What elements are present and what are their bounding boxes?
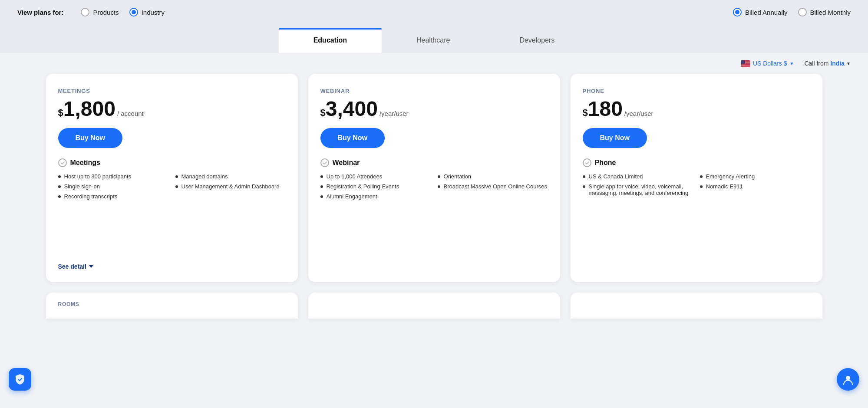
phone-card: PHONE $ 180 /year/user Buy Now Phone: [571, 74, 822, 282]
meetings-price-symbol: $: [58, 107, 63, 118]
svg-rect-8: [741, 64, 750, 65]
currency-chevron-icon: ▼: [790, 61, 794, 66]
webinar-buy-button[interactable]: Buy Now: [320, 128, 385, 148]
bottom-partial-cards: ROOMS: [17, 293, 851, 319]
meetings-feature-2: Single sign-on: [58, 183, 168, 190]
webinar-feature-2: Registration & Polling Events: [320, 183, 431, 190]
meetings-check-icon: [58, 158, 67, 167]
svg-point-14: [846, 376, 850, 380]
billed-annually-label: Billed Annually: [745, 9, 788, 16]
call-from-chevron-icon: ▼: [846, 61, 851, 66]
webinar-features-left: Up to 1,000 Attendees Registration & Pol…: [320, 173, 431, 200]
billed-monthly-label: Billed Monthly: [810, 9, 851, 16]
billed-monthly-option[interactable]: Billed Monthly: [798, 8, 851, 16]
cards-row: MEETINGS $ 1,800 / account Buy Now Meeti…: [17, 74, 851, 282]
billed-annually-circle: [733, 8, 742, 16]
us-flag-icon: [741, 60, 750, 67]
cards-area: MEETINGS $ 1,800 / account Buy Now Meeti…: [0, 74, 868, 336]
bullet-icon: [58, 185, 61, 188]
webinar-card: WEBINAR $ 3,400 /year/user Buy Now Webin…: [308, 74, 560, 282]
currency-bar: US Dollars $ ▼ Call from India ▼: [0, 53, 868, 74]
bullet-icon: [438, 175, 440, 178]
meetings-feature-1: Host up to 300 participants: [58, 173, 168, 180]
currency-label: US Dollars $: [753, 60, 787, 67]
see-detail-chevron-icon: [89, 265, 93, 268]
billing-group: Billed Annually Billed Monthly: [733, 8, 851, 16]
call-from-prefix: Call from: [804, 60, 828, 67]
meetings-price-period: / account: [117, 110, 144, 117]
svg-rect-7: [741, 64, 750, 64]
bullet-icon: [175, 175, 178, 178]
svg-rect-10: [741, 65, 750, 66]
svg-rect-13: [741, 60, 745, 64]
currency-selector[interactable]: US Dollars $ ▼: [741, 60, 794, 67]
phone-feature-4: Nomadic E911: [700, 183, 810, 190]
webinar-plan-type: WEBINAR: [320, 88, 548, 94]
bullet-icon: [58, 195, 61, 198]
webinar-features-grid: Up to 1,000 Attendees Registration & Pol…: [320, 173, 548, 200]
rooms-label: ROOMS: [58, 301, 286, 307]
phone-check-icon: [583, 158, 591, 167]
products-radio-option[interactable]: Products: [81, 8, 119, 16]
phone-buy-button[interactable]: Buy Now: [583, 128, 647, 148]
meetings-features-left: Host up to 300 participants Single sign-…: [58, 173, 168, 200]
phone-feature-title: Phone: [583, 158, 810, 167]
avatar-icon: [842, 373, 854, 385]
meetings-plan-type: MEETINGS: [58, 88, 286, 94]
bullet-icon: [58, 175, 61, 178]
phone-feature-2: Single app for voice, video, voicemail, …: [583, 183, 693, 196]
partial-card-3: [571, 293, 822, 319]
tab-healthcare[interactable]: Healthcare: [382, 28, 485, 53]
security-shield-button[interactable]: [9, 368, 31, 391]
products-label: Products: [93, 9, 119, 16]
webinar-feature-title: Webinar: [320, 158, 548, 167]
tabs-bar: Education Healthcare Developers: [0, 24, 868, 53]
meetings-features-grid: Host up to 300 participants Single sign-…: [58, 173, 286, 200]
phone-plan-type: PHONE: [583, 88, 810, 94]
chat-avatar-button[interactable]: [837, 368, 859, 391]
bullet-icon: [175, 185, 178, 188]
phone-price-amount: 180: [588, 99, 623, 119]
billed-annually-option[interactable]: Billed Annually: [733, 8, 788, 16]
webinar-check-icon: [320, 158, 329, 167]
webinar-feature-3: Alumni Engagement: [320, 193, 431, 200]
rooms-partial-card: ROOMS: [46, 293, 298, 319]
phone-price-period: /year/user: [624, 110, 653, 117]
meetings-feature-3: Recording transcripts: [58, 193, 168, 200]
phone-features-grid: US & Canada Limited Single app for voice…: [583, 173, 810, 196]
bullet-icon: [320, 195, 323, 198]
webinar-features-right: Orientation Broadcast Massive Open Onlin…: [438, 173, 548, 200]
phone-features-right: Emergency Alerting Nomadic E911: [700, 173, 810, 196]
meetings-see-detail[interactable]: See detail: [58, 254, 286, 270]
phone-feature-1: US & Canada Limited: [583, 173, 693, 180]
bullet-icon: [700, 175, 703, 178]
meetings-buy-button[interactable]: Buy Now: [58, 128, 122, 148]
webinar-price-amount: 3,400: [326, 99, 378, 119]
bullet-icon: [583, 175, 585, 178]
top-bar: View plans for: Products Industry Billed…: [0, 0, 868, 24]
main-content: US Dollars $ ▼ Call from India ▼ MEETING…: [0, 53, 868, 336]
webinar-feature-4: Orientation: [438, 173, 548, 180]
partial-card-2: [308, 293, 560, 319]
industry-radio-option[interactable]: Industry: [129, 8, 165, 16]
phone-price-symbol: $: [583, 107, 588, 118]
tab-education[interactable]: Education: [279, 28, 382, 53]
billed-monthly-circle: [798, 8, 807, 16]
tab-developers[interactable]: Developers: [485, 28, 589, 53]
webinar-feature-5: Broadcast Massive Open Online Courses: [438, 183, 548, 190]
bullet-icon: [700, 185, 703, 188]
products-radio-circle: [81, 8, 89, 16]
industry-label: Industry: [142, 9, 165, 16]
webinar-price-row: $ 3,400 /year/user: [320, 99, 548, 119]
phone-feature-3: Emergency Alerting: [700, 173, 810, 180]
bullet-icon: [438, 185, 440, 188]
meetings-card: MEETINGS $ 1,800 / account Buy Now Meeti…: [46, 74, 298, 282]
tabs-container: Education Healthcare Developers: [279, 28, 590, 53]
meetings-feature-title: Meetings: [58, 158, 286, 167]
meetings-price-row: $ 1,800 / account: [58, 99, 286, 119]
meetings-features-right: Managed domains User Management & Admin …: [175, 173, 286, 200]
call-from-selector[interactable]: Call from India ▼: [804, 60, 851, 67]
meetings-feature-5: User Management & Admin Dashboard: [175, 183, 286, 190]
phone-price-row: $ 180 /year/user: [583, 99, 810, 119]
bullet-icon: [583, 185, 585, 188]
